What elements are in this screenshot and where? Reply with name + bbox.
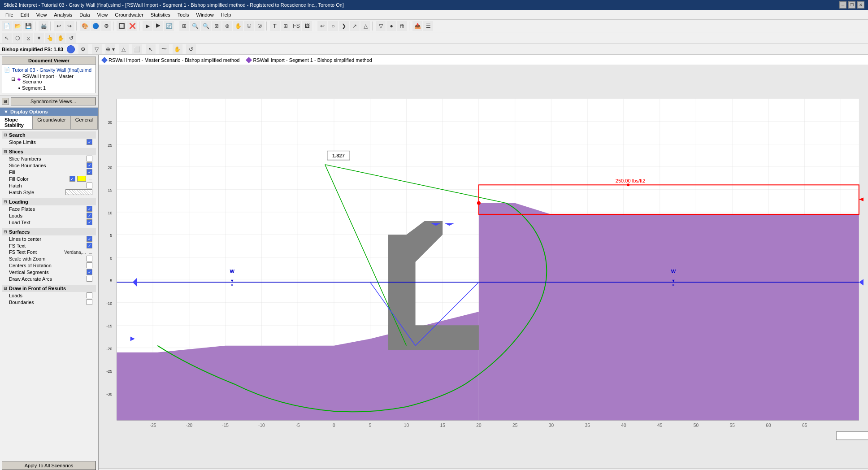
viewport[interactable]: 30 25 20 15 10 5 0 -5 -10 -15 -20 -25 -3… [99,65,868,468]
tb-table[interactable]: ⊞ [281,21,291,31]
tb-filter[interactable]: ▽ [376,21,386,31]
fill-color-swatch[interactable] [77,176,86,182]
tb-image[interactable]: 🖼 [302,21,312,31]
tb-undo[interactable]: ↩ [54,21,64,31]
close-button[interactable]: ✕ [857,1,864,9]
tb-z2[interactable]: ② [255,21,265,31]
restore-button[interactable]: ❐ [848,1,855,9]
menu-view2[interactable]: View [94,11,112,18]
doc-tree-root[interactable]: 📄 Tutorial 03 - Gravity Wall (final).slm… [4,66,94,73]
menu-edit[interactable]: Edit [17,11,33,18]
tab-slope-stability[interactable]: Slope Stability [0,116,33,129]
doc-tree-master[interactable]: ⊟ ◈ RSWall Import - Master Scenario [4,73,94,85]
menu-help[interactable]: Help [217,11,235,18]
menu-tools[interactable]: Tools [174,11,193,18]
tb-pan2[interactable]: ✋ [56,33,65,43]
section-slices-header[interactable]: ⊟ Slices [2,148,96,155]
tb-redo[interactable]: ↪ [65,21,74,31]
sync-button[interactable]: Synchronize Views... [11,97,96,105]
tb-rect[interactable]: 🔲 [117,21,126,31]
accurate-arcs-check[interactable] [87,276,92,282]
section-loading-header[interactable]: ⊟ Loading [2,198,96,205]
menu-file[interactable]: File [2,11,17,18]
load-text-check[interactable] [87,219,92,225]
tb-filter2[interactable]: ⧖ [23,33,33,43]
tb-shape[interactable]: ✦ [34,33,44,43]
tb-hex[interactable]: ⬡ [13,33,22,43]
menu-analysis[interactable]: Analysis [50,11,76,18]
tb-arrow[interactable]: ↩ [317,21,327,31]
menu-data[interactable]: Data [76,11,93,18]
menu-window[interactable]: Window [193,11,217,18]
fs-triangle[interactable]: △ [119,44,129,54]
fill-color-ellipsis[interactable]: ... [89,176,92,181]
tb-export[interactable]: 📤 [412,21,422,31]
tb-compute1[interactable]: ▶ [143,21,152,31]
tb-save[interactable]: 💾 [23,21,33,31]
tb-circle2[interactable]: ● [386,21,396,31]
tb-trash[interactable]: 🗑 [397,21,407,31]
fs-wave[interactable]: 〜 [159,44,169,54]
tb-zoom-out[interactable]: 🔍 [201,21,211,31]
tb-settings[interactable]: ⚙ [101,21,111,31]
apply-button[interactable]: Apply To All Scenarios [2,461,96,470]
main-drawing[interactable]: 30 25 20 15 10 5 0 -5 -10 -15 -20 -25 -3… [99,65,868,468]
tb-polyline[interactable]: ↗ [350,21,360,31]
section-search-header[interactable]: ⊟ Search [2,131,96,139]
tb-options[interactable]: ☰ [423,21,433,31]
tb-compute2[interactable]: ⯈ [153,21,163,31]
tb-text[interactable]: T [270,21,280,31]
tb-undo2[interactable]: ↺ [66,33,76,43]
fs-filter[interactable]: ▽ [92,44,102,54]
doc-tree-segment[interactable]: ▪ Segment 1 [4,85,94,91]
section-draw-front-header[interactable]: ⊟ Draw in Front of Results [2,285,96,292]
loads-check[interactable] [87,213,92,218]
tab-groundwater[interactable]: Groundwater [33,116,71,129]
fs-cursor[interactable]: ↖ [146,44,156,54]
fill-color-check[interactable] [69,176,75,182]
tb-print[interactable]: 🖨️ [39,21,48,31]
tab-general[interactable]: General [71,116,98,129]
tb-z1[interactable]: ① [244,21,254,31]
fs-text-check[interactable] [87,243,92,248]
menu-view[interactable]: View [33,11,51,18]
fs-dropdown[interactable]: ⊕ ▾ [105,44,115,54]
section-surfaces-header[interactable]: ⊟ Surfaces [2,228,96,235]
fs-back[interactable]: ↺ [186,44,196,54]
face-plates-check[interactable] [87,206,92,212]
hatch-check[interactable] [87,183,92,188]
display-options-collapse[interactable]: ▼ [4,109,9,114]
slope-limits-check[interactable] [87,139,92,145]
lines-center-check[interactable] [87,236,92,242]
scale-zoom-check[interactable] [87,256,92,261]
minimize-button[interactable]: ─ [839,1,846,9]
tb-pan[interactable]: ✋ [233,21,243,31]
tb-triangle[interactable]: △ [360,21,370,31]
tb-delete[interactable]: ❌ [127,21,137,31]
menu-groundwater[interactable]: Groundwater [111,11,147,18]
tb-chevron[interactable]: ❯ [339,21,349,31]
tb-open[interactable]: 📂 [13,21,22,31]
tb-arc[interactable]: ○ [328,21,338,31]
boundaries-front-check[interactable] [87,299,92,305]
tb-pointer[interactable]: 👆 [45,33,55,43]
centers-rotation-check[interactable] [87,262,92,268]
tb-color[interactable]: 🎨 [80,21,90,31]
fs-font-ellipsis[interactable]: ... [89,250,92,255]
tb-loop[interactable]: 🔄 [164,21,174,31]
loads-front-check[interactable] [87,292,92,298]
menu-statistics[interactable]: Statistics [147,11,174,18]
fs-settings[interactable]: ⚙ [78,44,88,54]
fill-check[interactable] [87,169,92,175]
tb-zoom-extent[interactable]: ⊛ [222,21,232,31]
tb-select[interactable]: ↖ [2,33,12,43]
tb-zoom-window[interactable]: ⊠ [212,21,221,31]
canvas-area[interactable]: RSWall Import - Master Scenario - Bishop… [99,55,868,470]
globe-button[interactable] [67,45,75,53]
fs-hand[interactable]: ✋ [173,44,182,54]
vertical-segments-check[interactable] [87,269,92,275]
tb-circle1[interactable]: 🔵 [91,21,100,31]
slice-numbers-check[interactable] [87,156,92,161]
tb-fs-table[interactable]: FS [291,21,301,31]
fs-rect[interactable]: ⬜ [132,44,142,54]
